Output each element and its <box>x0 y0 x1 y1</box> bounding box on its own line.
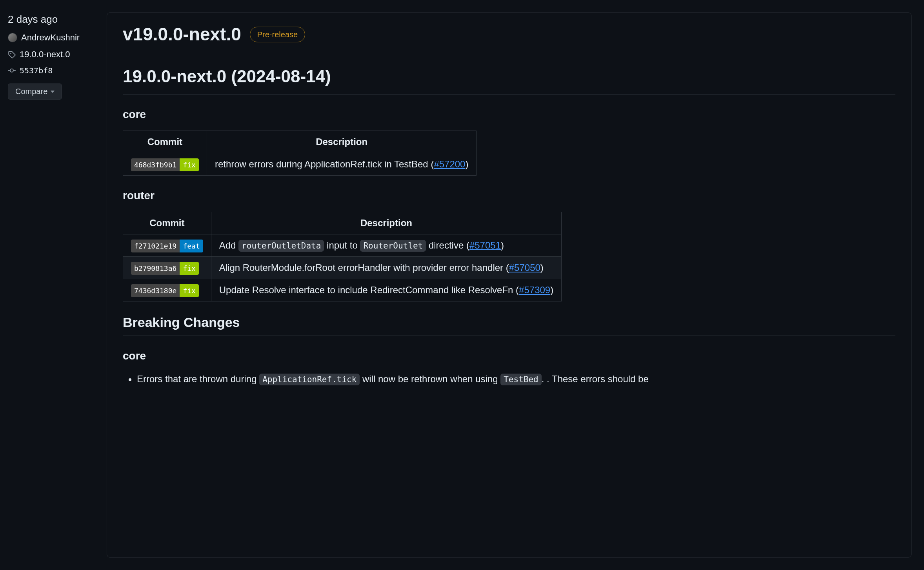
breaking-list: Errors that are thrown during Applicatio… <box>123 372 895 386</box>
commit-type: fix <box>180 158 199 171</box>
section-router-title: router <box>123 187 895 204</box>
release-time: 2 days ago <box>8 12 99 27</box>
issue-link[interactable]: #57051 <box>469 240 501 251</box>
breaking-core-title: core <box>123 348 895 364</box>
commit-type: fix <box>180 284 199 297</box>
section-router-table: Commit Description f271021e19 feat Add r… <box>123 212 562 301</box>
release-sidebar: 2 days ago AndrewKushnir 19.0.0-next.0 5… <box>0 0 107 570</box>
release-main: v19.0.0-next.0 Pre-release 19.0.0-next.0… <box>107 13 911 557</box>
commit-type: fix <box>180 262 199 275</box>
prerelease-badge: Pre-release <box>250 27 305 42</box>
commit-badge[interactable]: 468d3fb9b1 fix <box>131 158 199 171</box>
commit-hash: f271021e19 <box>131 240 180 252</box>
commit-icon <box>8 67 16 74</box>
release-title: v19.0.0-next.0 <box>123 21 241 48</box>
desc-text: Align RouterModule.forRoot errorHandler … <box>219 262 509 273</box>
release-author[interactable]: AndrewKushnir <box>8 31 99 44</box>
inline-code: ApplicationRef.tick <box>259 374 360 385</box>
commit-type: feat <box>180 240 203 252</box>
avatar <box>8 33 17 42</box>
tag-name: 19.0.0-next.0 <box>20 48 70 61</box>
section-core-table: Commit Description 468d3fb9b1 fix <box>123 131 477 176</box>
inline-code: TestBed <box>500 374 542 385</box>
author-name: AndrewKushnir <box>21 31 80 44</box>
compare-button[interactable]: Compare <box>8 84 62 100</box>
issue-link[interactable]: #57200 <box>434 159 465 169</box>
breaking-changes-title: Breaking Changes <box>123 312 895 336</box>
commit-hash: b2790813a6 <box>131 262 180 275</box>
section-core-title: core <box>123 106 895 123</box>
commit-badge[interactable]: b2790813a6 fix <box>131 262 199 275</box>
release-header: v19.0.0-next.0 Pre-release <box>123 21 895 48</box>
desc-text: Update Resolve interface to include Redi… <box>219 285 519 295</box>
table-row: f271021e19 feat Add routerOutletData inp… <box>123 234 562 257</box>
issue-link[interactable]: #57050 <box>509 262 540 273</box>
inline-code: routerOutletData <box>238 240 324 252</box>
commit-badge[interactable]: 7436d3180e fix <box>131 284 199 297</box>
release-commit[interactable]: 5537bf8 <box>8 65 99 76</box>
inline-code: RouterOutlet <box>360 240 426 252</box>
body-heading: 19.0.0-next.0 (2024-08-14) <box>123 64 895 94</box>
table-row: 7436d3180e fix Update Resolve interface … <box>123 279 562 301</box>
commit-hash: 468d3fb9b1 <box>131 158 180 171</box>
chevron-down-icon <box>51 91 55 93</box>
desc-cell: Add routerOutletData input to RouterOutl… <box>211 234 561 257</box>
release-tag[interactable]: 19.0.0-next.0 <box>8 48 99 61</box>
col-description: Description <box>207 131 477 153</box>
commit-sha: 5537bf8 <box>20 65 53 76</box>
commit-badge[interactable]: f271021e19 feat <box>131 240 203 252</box>
compare-label: Compare <box>15 87 47 96</box>
col-description: Description <box>211 212 561 234</box>
tag-icon <box>8 51 16 58</box>
commit-hash: 7436d3180e <box>131 284 180 297</box>
list-item: Errors that are thrown during Applicatio… <box>137 372 895 386</box>
table-row: b2790813a6 fix Align RouterModule.forRoo… <box>123 257 562 279</box>
issue-link[interactable]: #57309 <box>519 285 550 295</box>
col-commit: Commit <box>123 131 207 153</box>
col-commit: Commit <box>123 212 211 234</box>
release-body: 19.0.0-next.0 (2024-08-14) core Commit D… <box>123 64 895 386</box>
table-row: 468d3fb9b1 fix rethrow errors during App… <box>123 153 477 176</box>
desc-text: rethrow errors during ApplicationRef.tic… <box>215 159 434 169</box>
